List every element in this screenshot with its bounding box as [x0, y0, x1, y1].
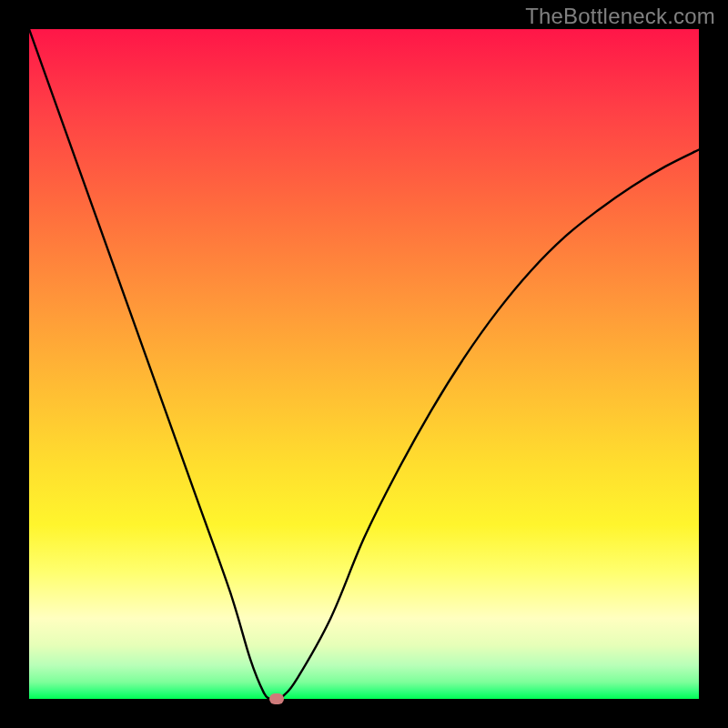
optimal-point-marker — [269, 693, 284, 704]
plot-area — [29, 29, 699, 699]
chart-frame: TheBottleneck.com — [0, 0, 728, 728]
bottleneck-curve — [29, 29, 699, 699]
watermark-text: TheBottleneck.com — [525, 4, 715, 29]
